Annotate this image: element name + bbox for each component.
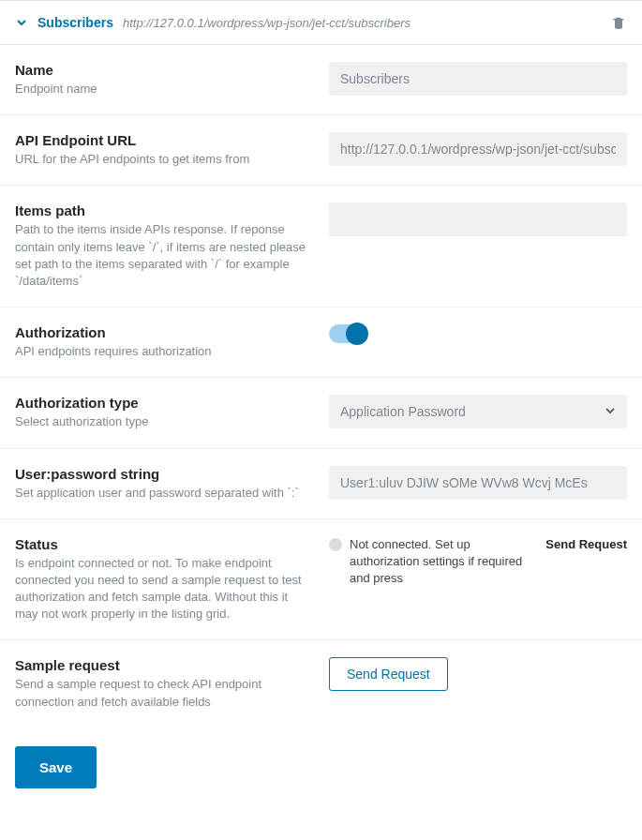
status-indicator-icon <box>329 538 342 551</box>
user-pass-label: User:password string <box>15 466 310 482</box>
status-row: Status Is endpoint connected or not. To … <box>0 519 642 641</box>
authorization-label: Authorization <box>15 324 310 340</box>
chevron-down-icon <box>15 16 28 29</box>
sample-request-label: Sample request <box>15 657 310 673</box>
auth-type-row: Authorization type Select authorization … <box>0 378 642 448</box>
endpoint-desc: URL for the API endpoints to get items f… <box>15 151 310 168</box>
authorization-desc: API endpoints requires authorization <box>15 343 310 360</box>
trash-icon <box>611 15 626 30</box>
panel-header[interactable]: Subscribers http://127.0.0.1/wordpress/w… <box>0 1 642 45</box>
name-desc: Endpoint name <box>15 81 310 98</box>
name-label: Name <box>15 62 310 78</box>
authorization-row: Authorization API endpoints requires aut… <box>0 308 642 378</box>
auth-type-desc: Select authorization type <box>15 413 310 430</box>
panel-url: http://127.0.0.1/wordpress/wp-json/jet-c… <box>123 16 601 30</box>
authorization-toggle[interactable] <box>329 324 366 343</box>
panel-title: Subscribers <box>37 15 113 30</box>
status-desc: Is endpoint connected or not. To make en… <box>15 555 310 623</box>
auth-type-select[interactable]: Application Password <box>329 395 627 428</box>
panel-footer: Save <box>0 728 642 807</box>
items-path-row: Items path Path to the items inside APIs… <box>0 186 642 308</box>
auth-type-label: Authorization type <box>15 395 310 411</box>
items-path-desc: Path to the items inside APIs response. … <box>15 221 310 290</box>
delete-button[interactable] <box>610 14 627 31</box>
user-pass-desc: Set application user and password separa… <box>15 485 310 502</box>
endpoint-row: API Endpoint URL URL for the API endpoin… <box>0 115 642 186</box>
sample-request-row: Sample request Send a sample request to … <box>0 640 642 727</box>
sample-request-desc: Send a sample request to check API endpo… <box>15 676 310 710</box>
endpoint-panel: Subscribers http://127.0.0.1/wordpress/w… <box>0 0 642 807</box>
endpoint-input[interactable] <box>329 132 627 166</box>
name-input[interactable] <box>329 62 627 96</box>
user-pass-input[interactable] <box>329 466 627 500</box>
toggle-knob <box>346 322 368 345</box>
status-label: Status <box>15 536 310 552</box>
send-request-button[interactable]: Send Request <box>329 657 448 691</box>
name-row: Name Endpoint name <box>0 45 642 115</box>
status-text: Not connected. Set up authorization sett… <box>350 536 538 588</box>
endpoint-label: API Endpoint URL <box>15 132 310 148</box>
items-path-label: Items path <box>15 202 310 218</box>
user-pass-row: User:password string Set application use… <box>0 449 642 519</box>
save-button[interactable]: Save <box>15 746 97 788</box>
status-send-request-link[interactable]: Send Request <box>545 536 627 553</box>
items-path-input[interactable] <box>329 202 627 236</box>
